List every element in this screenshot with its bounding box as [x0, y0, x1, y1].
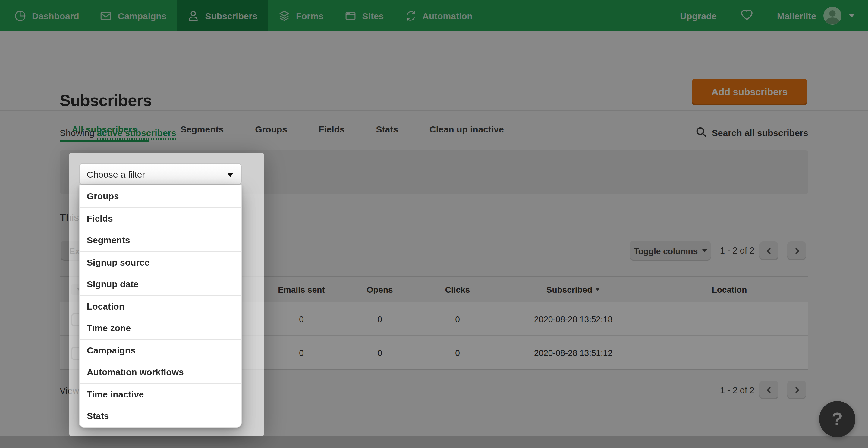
app-window: Dashboard Campaigns Subscribers: [0, 0, 868, 448]
filter-option-signup-date[interactable]: Signup date: [80, 273, 241, 295]
filter-option-groups[interactable]: Groups: [80, 185, 241, 207]
filter-option-segments[interactable]: Segments: [80, 229, 241, 251]
filter-option-fields[interactable]: Fields: [80, 207, 241, 229]
filter-option-time-zone[interactable]: Time zone: [80, 317, 241, 339]
choose-filter-select[interactable]: Choose a filter: [79, 163, 242, 185]
choose-filter-placeholder: Choose a filter: [87, 169, 145, 179]
filter-option-signup-source[interactable]: Signup source: [80, 251, 241, 273]
chevron-down-icon: [227, 173, 233, 177]
filter-option-location[interactable]: Location: [80, 295, 241, 317]
filter-option-time-inactive[interactable]: Time inactive: [80, 383, 241, 405]
filter-option-campaigns[interactable]: Campaigns: [80, 339, 241, 361]
filter-option-automation-workflows[interactable]: Automation workflows: [80, 361, 241, 383]
filter-options-menu: Groups Fields Segments Signup source Sig…: [79, 185, 242, 427]
filter-option-stats[interactable]: Stats: [80, 405, 241, 426]
